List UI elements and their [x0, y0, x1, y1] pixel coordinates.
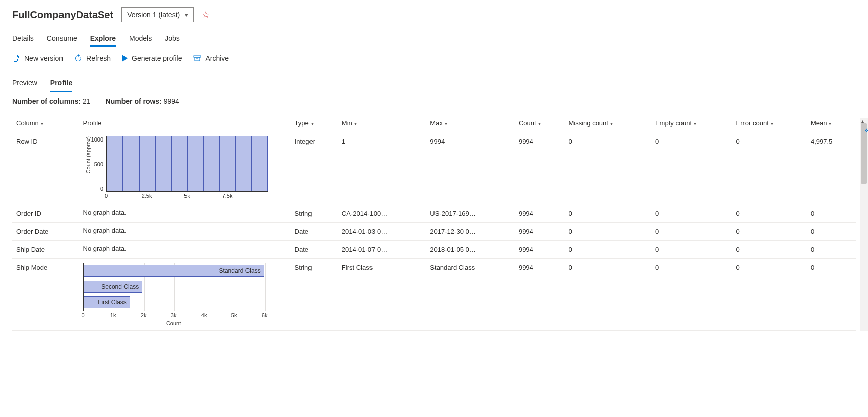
- tab-models[interactable]: Models: [129, 31, 152, 47]
- cell-min: 2014-01-03 0…: [338, 223, 426, 241]
- cell-mean: 0: [807, 223, 856, 241]
- subtab-profile[interactable]: Profile: [50, 77, 73, 92]
- cell-profile: No graph data.: [79, 241, 291, 259]
- cols-value: 21: [83, 97, 91, 105]
- cell-type: String: [291, 204, 338, 223]
- page-title: FullCompanyDataSet: [12, 9, 113, 21]
- th-missing[interactable]: Missing count▾: [564, 114, 651, 132]
- cell-column: Row ID: [12, 132, 79, 204]
- table-row: Order ID No graph data. String CA-2014-1…: [12, 204, 856, 223]
- archive-label: Archive: [205, 54, 229, 62]
- th-min[interactable]: Min▾: [338, 114, 426, 132]
- tab-consume[interactable]: Consume: [47, 31, 77, 47]
- cell-column: Order ID: [12, 204, 79, 223]
- chevron-down-icon: ▾: [41, 121, 43, 126]
- th-column[interactable]: Column▾: [12, 114, 79, 132]
- new-version-button[interactable]: New version: [12, 54, 63, 62]
- cell-missing: 0: [564, 132, 651, 204]
- cell-mean: 0: [807, 259, 856, 331]
- y-axis-ticks: 10005000: [91, 136, 106, 192]
- subtabs: Preview Profile: [12, 77, 856, 92]
- y-axis-label: Count (approx): [83, 136, 91, 173]
- cell-count: 9994: [515, 241, 565, 259]
- cell-empty: 0: [651, 241, 732, 259]
- chevron-down-icon: ▾: [445, 121, 447, 126]
- cols-label: Number of columns:: [12, 97, 81, 105]
- th-error[interactable]: Error count▾: [732, 114, 806, 132]
- vertical-scrollbar[interactable]: ▴ ▾: [860, 118, 868, 331]
- archive-icon: [193, 54, 201, 62]
- cell-count: 9994: [515, 259, 565, 331]
- subtab-preview[interactable]: Preview: [12, 77, 37, 92]
- hbar-row: Standard Class: [84, 265, 264, 277]
- chevron-down-icon: ▾: [694, 121, 696, 126]
- rows-value: 9994: [164, 97, 179, 105]
- cell-mean: 0: [807, 204, 856, 223]
- star-icon[interactable]: ☆: [202, 9, 210, 20]
- no-graph-text: No graph data.: [83, 227, 127, 234]
- cell-error: 0: [732, 259, 806, 331]
- cell-count: 9994: [515, 204, 565, 223]
- tab-jobs[interactable]: Jobs: [165, 31, 180, 47]
- refresh-label: Refresh: [86, 54, 111, 62]
- rows-label: Number of rows:: [106, 97, 162, 105]
- no-graph-text: No graph data.: [83, 245, 127, 252]
- th-mean[interactable]: Mean▾: [807, 114, 856, 132]
- cell-type: Date: [291, 223, 338, 241]
- cell-empty: 0: [651, 204, 732, 223]
- tab-details[interactable]: Details: [12, 31, 34, 47]
- cell-type: Integer: [291, 132, 338, 204]
- archive-button[interactable]: Archive: [193, 54, 229, 62]
- cell-error: 0: [732, 223, 806, 241]
- generate-profile-label: Generate profile: [132, 54, 182, 62]
- th-max[interactable]: Max▾: [426, 114, 515, 132]
- cell-min: 1: [338, 132, 426, 204]
- new-version-label: New version: [24, 54, 63, 62]
- cell-count: 9994: [515, 132, 565, 204]
- hbar-chart: Standard ClassSecond ClassFirst Class 01…: [83, 263, 287, 326]
- cell-type: Date: [291, 241, 338, 259]
- cell-min: 2014-01-07 0…: [338, 241, 426, 259]
- cell-column: Ship Mode: [12, 259, 79, 331]
- table-row: Ship Mode Standard ClassSecond ClassFirs…: [12, 259, 856, 331]
- no-graph-text: No graph data.: [83, 208, 127, 216]
- generate-profile-button[interactable]: Generate profile: [122, 54, 182, 62]
- cell-error: 0: [732, 204, 806, 223]
- cell-max: 2018-01-05 0…: [426, 241, 515, 259]
- chevron-down-icon: ▾: [538, 121, 541, 126]
- th-count[interactable]: Count▾: [515, 114, 565, 132]
- tab-explore[interactable]: Explore: [90, 31, 116, 47]
- cell-max: 2017-12-30 0…: [426, 223, 515, 241]
- cell-profile: Standard ClassSecond ClassFirst Class 01…: [79, 259, 291, 331]
- cell-error: 0: [732, 241, 806, 259]
- version-select[interactable]: Version 1 (latest) ▾: [121, 7, 194, 22]
- cell-missing: 0: [564, 204, 651, 223]
- cell-error: 0: [732, 132, 806, 204]
- refresh-icon: [74, 54, 82, 62]
- th-profile: Profile: [79, 114, 291, 132]
- cell-type: String: [291, 259, 338, 331]
- cell-profile: Count (approx) 10005000 02.5k5k7.5k: [79, 132, 291, 204]
- cell-missing: 0: [564, 223, 651, 241]
- chevron-down-icon: ▾: [771, 121, 773, 126]
- cell-mean: 4,997.5: [807, 132, 856, 204]
- x-axis-label: Count: [83, 320, 265, 326]
- cell-max: 9994: [426, 132, 515, 204]
- cell-empty: 0: [651, 223, 732, 241]
- cell-min: First Class: [338, 259, 426, 331]
- chevron-down-icon: ▾: [185, 12, 188, 18]
- collapse-panel-icon[interactable]: «: [865, 125, 868, 135]
- refresh-button[interactable]: Refresh: [74, 54, 111, 62]
- histogram-chart: Count (approx) 10005000 02.5k5k7.5k: [83, 136, 287, 200]
- th-type[interactable]: Type▾: [291, 114, 338, 132]
- chevron-down-icon: ▾: [311, 121, 314, 126]
- profile-table: Column▾ Profile Type▾ Min▾ Max▾ Count▾ M…: [12, 114, 856, 331]
- dataset-stats: Number of columns: 21 Number of rows: 99…: [12, 97, 856, 105]
- toolbar: New version Refresh Generate profile Arc…: [12, 54, 856, 62]
- table-row: Row ID Count (approx) 10005000 02.5k5k7.…: [12, 132, 856, 204]
- cell-missing: 0: [564, 259, 651, 331]
- top-tabs: Details Consume Explore Models Jobs: [12, 31, 856, 47]
- th-empty[interactable]: Empty count▾: [651, 114, 732, 132]
- cell-min: CA-2014-100…: [338, 204, 426, 223]
- hbar-row: Second Class: [84, 281, 143, 293]
